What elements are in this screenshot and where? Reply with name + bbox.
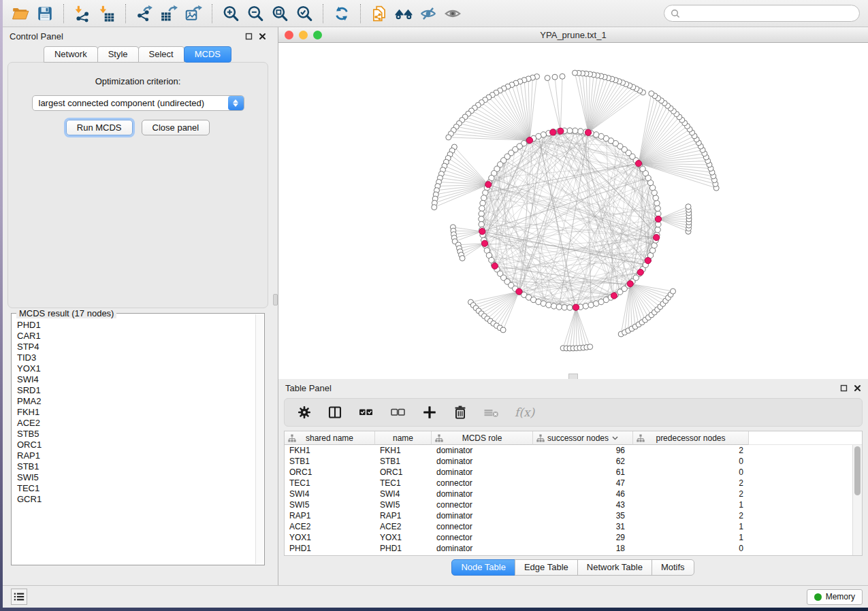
table-scrollbar[interactable]: [852, 445, 862, 555]
mcds-node-item[interactable]: SRD1: [17, 385, 264, 396]
refresh-icon[interactable]: [330, 3, 353, 24]
search-network-icon[interactable]: [392, 3, 415, 24]
network-canvas[interactable]: [278, 43, 868, 379]
table-tabs: Node TableEdge TableNetwork TableMotifs: [278, 559, 868, 576]
run-mcds-button[interactable]: Run MCDS: [66, 120, 133, 135]
control-panel-tabs: NetworkStyleSelectMCDS: [3, 46, 273, 63]
table-scrollbar-thumb[interactable]: [854, 446, 861, 495]
table-row[interactable]: STB1STB1dominator620: [285, 456, 862, 467]
network-window-titlebar[interactable]: YPA_prune.txt_1: [278, 27, 868, 43]
column-header-MCDS-role[interactable]: MCDS role: [432, 431, 533, 445]
optimization-criterion-dropdown[interactable]: largest connected component (undirected): [32, 95, 244, 111]
mcds-node-item[interactable]: PHD1: [17, 320, 264, 331]
zoom-fit-icon[interactable]: [268, 3, 291, 24]
mcds-node-item[interactable]: PMA2: [17, 396, 264, 407]
select-all-icon[interactable]: [357, 404, 375, 420]
mcds-node-item[interactable]: YOX1: [17, 363, 264, 374]
hide-selected-icon[interactable]: [417, 3, 440, 24]
mcds-node-item[interactable]: STB5: [17, 429, 264, 440]
mcds-result-scrollbar[interactable]: [255, 314, 263, 564]
table-row[interactable]: SWI4SWI4dominator462: [285, 489, 862, 499]
mcds-node-item[interactable]: SWI4: [17, 374, 264, 385]
tab-style[interactable]: Style: [97, 46, 139, 63]
column-header-name[interactable]: name: [375, 431, 432, 445]
column-header-successor-nodes[interactable]: successor nodes: [533, 431, 633, 445]
table-row[interactable]: YOX1YOX1connector291: [285, 532, 862, 543]
search-box[interactable]: [664, 5, 860, 22]
columns-icon[interactable]: [327, 404, 343, 420]
close-panel-button[interactable]: Close panel: [142, 120, 210, 135]
add-icon[interactable]: [421, 404, 438, 420]
table-row[interactable]: RAP1RAP1dominator352: [285, 510, 862, 521]
open-folder-icon[interactable]: [9, 3, 32, 24]
tab-select[interactable]: Select: [138, 46, 184, 63]
table-cell: 35: [533, 511, 633, 521]
zoom-in-icon[interactable]: [219, 3, 242, 24]
zoom-selected-icon[interactable]: [293, 3, 316, 24]
export-network-icon[interactable]: [133, 3, 156, 24]
close-window-icon[interactable]: [285, 31, 293, 39]
mcds-node-item[interactable]: SWI5: [17, 472, 264, 483]
column-header-shared-name[interactable]: shared name: [285, 431, 375, 445]
export-image-icon[interactable]: [182, 3, 205, 24]
table-row[interactable]: SWI5SWI5connector431: [285, 499, 862, 510]
close-panel-icon[interactable]: [258, 32, 266, 40]
table-cell: connector: [432, 533, 533, 542]
network-file-icon[interactable]: [368, 3, 391, 24]
toolbar-separator: [323, 4, 323, 23]
cytoscape-window: Control Panel NetworkStyleSelectMCDS Opt…: [3, 0, 868, 608]
table-row[interactable]: ORC1ORC1dominator610: [285, 467, 862, 478]
network-graph[interactable]: [278, 43, 867, 379]
table-row[interactable]: ACE2ACE2connector311: [285, 521, 862, 532]
panel-splitter[interactable]: [273, 27, 278, 585]
tab-edge-table[interactable]: Edge Table: [515, 559, 578, 576]
mcds-node-item[interactable]: STB1: [17, 461, 264, 472]
zoom-window-icon[interactable]: [313, 31, 322, 39]
import-network-icon[interactable]: [71, 3, 94, 24]
tab-node-table[interactable]: Node Table: [451, 559, 515, 576]
mcds-node-item[interactable]: STP4: [17, 342, 264, 352]
tab-motifs[interactable]: Motifs: [652, 559, 694, 576]
table-splitter-handle[interactable]: [568, 374, 578, 379]
delete-table-icon: [483, 404, 500, 420]
table-cell: connector: [432, 478, 533, 488]
gear-icon[interactable]: [296, 404, 312, 420]
float-panel-icon[interactable]: [244, 32, 253, 40]
status-bar: Memory: [3, 585, 868, 608]
table-cell: dominator: [432, 457, 533, 466]
memory-button[interactable]: Memory: [807, 589, 863, 605]
task-history-button[interactable]: [11, 589, 27, 605]
mcds-node-item[interactable]: ORC1: [17, 440, 264, 450]
column-header-predecessor-nodes[interactable]: predecessor nodes: [633, 431, 749, 445]
delete-icon[interactable]: [452, 404, 468, 420]
mcds-node-item[interactable]: FKH1: [17, 407, 264, 418]
table-cell: ACE2: [285, 522, 375, 531]
save-icon[interactable]: [33, 3, 57, 24]
splitter-handle[interactable]: [273, 294, 278, 306]
import-table-icon[interactable]: [95, 3, 118, 24]
float-table-panel-icon[interactable]: [839, 384, 848, 392]
table-row[interactable]: FKH1FKH1dominator962: [285, 445, 862, 456]
search-input[interactable]: [684, 9, 853, 18]
mcds-node-item[interactable]: TID3: [17, 352, 264, 363]
deselect-all-icon[interactable]: [389, 404, 407, 420]
table-row[interactable]: PHD1PHD1dominator180: [285, 543, 862, 554]
tab-network[interactable]: Network: [44, 46, 98, 63]
close-table-panel-icon[interactable]: [853, 384, 861, 392]
mcds-node-item[interactable]: ACE2: [17, 418, 264, 429]
export-table-icon[interactable]: [157, 3, 180, 24]
tab-mcds[interactable]: MCDS: [184, 46, 231, 63]
mcds-node-item[interactable]: GCR1: [17, 494, 264, 505]
table-cell: 0: [633, 467, 749, 477]
table-row[interactable]: TEC1TEC1connector472: [285, 478, 862, 489]
table-cell: 29: [533, 533, 633, 542]
mcds-node-item[interactable]: RAP1: [17, 450, 264, 461]
minimize-window-icon[interactable]: [299, 31, 308, 39]
mcds-node-item[interactable]: TEC1: [17, 483, 264, 494]
show-all-icon[interactable]: [441, 3, 464, 24]
tab-network-table[interactable]: Network Table: [577, 559, 652, 576]
table-header-row: shared namenameMCDS rolesuccessor nodesp…: [285, 431, 862, 445]
mcds-node-item[interactable]: CAR1: [17, 331, 264, 342]
zoom-out-icon[interactable]: [244, 3, 267, 24]
header-filler: [749, 431, 862, 445]
